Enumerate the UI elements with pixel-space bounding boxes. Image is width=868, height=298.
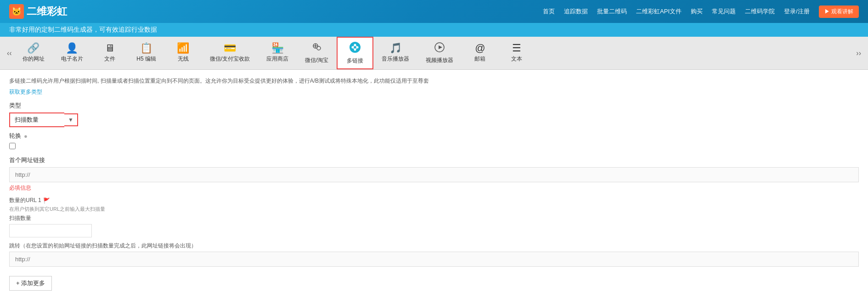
type-select-box[interactable]: 扫描数量: [9, 112, 64, 127]
svg-point-4: [349, 42, 361, 53]
tab-wifi-label: 无线: [178, 55, 189, 63]
tab-scroll-right[interactable]: ››: [854, 45, 863, 61]
tab-vcard[interactable]: 👤 电子名片: [53, 37, 91, 69]
tab-video[interactable]: 视频播放器: [417, 37, 462, 69]
tab-music-icon: 🎵: [389, 43, 402, 53]
redirect-label: 跳转（在您设置的初始网址链接的扫描数量完成之后，此网址链接将会出现）: [9, 242, 859, 250]
tab-file[interactable]: 🖥 文件: [91, 37, 128, 69]
tab-mysite[interactable]: 🔗 你的网址: [14, 37, 53, 69]
type-label: 类型: [9, 101, 859, 110]
tab-mysite-icon: 🔗: [27, 43, 39, 53]
tab-music-label: 音乐播放器: [382, 55, 409, 63]
tab-items: 🔗 你的网址 👤 电子名片 🖥 文件 📋 H5 编辑 📶 无线 💳 微信/支付宝…: [14, 37, 854, 69]
tab-music[interactable]: 🎵 音乐播放器: [373, 37, 417, 69]
scan-count-input[interactable]: [9, 224, 92, 237]
tab-appstore[interactable]: 🏪 应用商店: [258, 37, 297, 69]
tab-wechat-pay[interactable]: 💳 微信/支付宝收款: [202, 37, 258, 69]
tab-vcard-icon: 👤: [66, 43, 78, 53]
tab-multilink[interactable]: 多链接: [337, 37, 373, 69]
toggle-label: 轮换: [9, 132, 21, 140]
url1-sublabel: 在用户切换到其它URL之前输入最大扫描量: [9, 206, 859, 213]
tab-h5[interactable]: 📋 H5 编辑: [128, 37, 165, 69]
nav-academy[interactable]: 二维码学院: [745, 7, 775, 16]
url1-label: 数量的URL 1 🚩: [9, 197, 859, 204]
redirect-url-input[interactable]: [9, 252, 859, 267]
tab-text-icon: ☰: [512, 43, 521, 53]
tab-appstore-icon: 🏪: [271, 43, 284, 53]
url1-section: 数量的URL 1 🚩 在用户切换到其它URL之前输入最大扫描量 扫描数量: [9, 197, 859, 237]
nav-buy[interactable]: 购买: [691, 7, 703, 16]
tab-mysite-label: 你的网址: [23, 55, 45, 63]
tab-file-label: 文件: [104, 55, 115, 63]
watch-button[interactable]: ▶ 观看讲解: [819, 6, 859, 18]
redirect-section: 跳转（在您设置的初始网址链接的扫描数量完成之后，此网址链接将会出现）: [9, 242, 859, 267]
tab-wifi[interactable]: 📶 无线: [165, 37, 202, 69]
logo-text: 二维彩虹: [27, 5, 67, 18]
subtitle-text: 非常好用的定制二维码生成器，可有效追踪行业数据: [9, 26, 157, 33]
scan-count-label: 扫描数量: [9, 214, 859, 222]
tab-vcard-label: 电子名片: [61, 55, 83, 63]
type-select-dropdown[interactable]: ▼: [64, 113, 78, 126]
nav-links: 首页 追踪数据 批量二维码 二维彩虹API文件 购买 常见问题 二维码学院 登录…: [543, 6, 859, 18]
required-msg: 必填信息: [9, 184, 859, 192]
tab-multilink-icon: [349, 41, 361, 55]
subtitle-bar: 非常好用的定制二维码生成器，可有效追踪行业数据: [0, 23, 868, 37]
nav-home[interactable]: 首页: [543, 7, 555, 16]
tab-wechat-pay-label: 微信/支付宝收款: [210, 55, 250, 63]
svg-marker-14: [439, 45, 442, 49]
add-more-button[interactable]: + 添加更多: [9, 276, 52, 291]
tab-video-icon: [434, 42, 445, 55]
more-types-link[interactable]: 获取更多类型: [9, 89, 42, 95]
tab-appstore-label: 应用商店: [266, 55, 288, 63]
tab-email-icon: @: [475, 43, 485, 53]
toggle-checkbox-row: [9, 143, 859, 151]
nav-auth[interactable]: 登录/注册: [784, 7, 810, 16]
header: 🐱 二维彩虹 首页 追踪数据 批量二维码 二维彩虹API文件 购买 常见问题 二…: [0, 0, 868, 23]
nav-faq[interactable]: 常见问题: [712, 7, 736, 16]
logo-icon: 🐱: [9, 4, 24, 19]
tab-wechat-pay-icon: 💳: [224, 43, 236, 53]
tab-email-label: 邮箱: [474, 55, 485, 63]
toggle-help-icon[interactable]: ●: [24, 133, 28, 140]
main-content: 多链接二维码允许用户根据扫描时间, 扫描量或者扫描位置重定向到不同的页面。这允许…: [0, 70, 868, 298]
logo: 🐱 二维彩虹: [9, 4, 67, 19]
url1-flag: 🚩: [43, 197, 50, 204]
tab-email[interactable]: @ 邮箱: [462, 37, 498, 69]
tab-multilink-label: 多链接: [347, 57, 363, 65]
tab-scroll-left[interactable]: ‹‹: [5, 45, 14, 61]
tab-h5-icon: 📋: [140, 43, 152, 53]
svg-point-1: [317, 46, 321, 50]
description-line1: 多链接二维码允许用户根据扫描时间, 扫描量或者扫描位置重定向到不同的页面。这允许…: [9, 77, 859, 85]
toggle-row: 轮换 ●: [9, 132, 859, 140]
tab-text[interactable]: ☰ 文本: [498, 37, 535, 69]
tab-wifi-icon: 📶: [177, 43, 189, 53]
tab-h5-label: H5 编辑: [136, 55, 156, 63]
nav-batch[interactable]: 批量二维码: [597, 7, 627, 16]
tab-wechat-shop-icon: [311, 42, 322, 55]
nav-track[interactable]: 追踪数据: [564, 7, 588, 16]
tab-video-label: 视频播放器: [426, 56, 453, 64]
tab-wechat-shop[interactable]: 微信/淘宝: [297, 37, 337, 69]
toggle-checkbox[interactable]: [9, 143, 16, 149]
type-select-row: 扫描数量 ▼: [9, 112, 859, 127]
first-url-title: 首个网址链接: [9, 156, 859, 164]
tab-bar: ‹‹ 🔗 你的网址 👤 电子名片 🖥 文件 📋 H5 编辑 📶 无线 💳 微信/…: [0, 37, 868, 70]
tab-wechat-shop-label: 微信/淘宝: [305, 56, 328, 64]
first-url-input[interactable]: [9, 167, 859, 182]
tab-file-icon: 🖥: [105, 43, 115, 53]
nav-api[interactable]: 二维彩虹API文件: [636, 7, 682, 16]
tab-text-label: 文本: [511, 55, 522, 63]
